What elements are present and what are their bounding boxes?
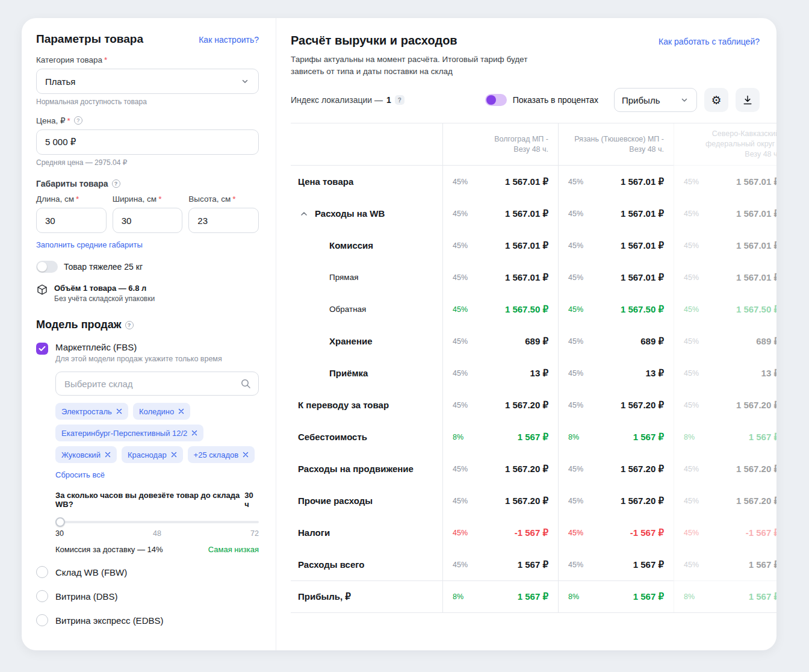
table-cell: 45%1 567.20 ₽ <box>558 485 674 517</box>
price-label: Цена, ₽ <box>36 116 259 125</box>
table-cell: 45%-1 567 ₽ <box>442 517 558 549</box>
metric-select[interactable]: Прибыль <box>614 88 697 112</box>
warehouse-chip-more[interactable]: +25 складов <box>188 446 255 463</box>
localization-index: Индекс локализации — 1 ? <box>291 95 485 105</box>
table-cell: 45%-1 567 ₽ <box>674 517 776 549</box>
reset-all-link[interactable]: Сбросить всё <box>55 470 105 479</box>
row-label: Прямая <box>291 261 442 293</box>
warehouse-chip[interactable]: Екатеринбург-Перспективный 12/2 <box>55 425 203 441</box>
category-label: Категория товара <box>36 55 259 64</box>
radio-icon[interactable] <box>36 614 48 626</box>
commission-row: Комиссия за доставку — 14% Самая низкая <box>55 545 259 554</box>
radio-icon[interactable] <box>36 566 48 578</box>
fbs-model-row: Маркетплейс (FBS) Для этой модели продаж… <box>36 342 259 363</box>
remove-chip-icon[interactable] <box>243 452 249 458</box>
sales-model-info-icon[interactable] <box>125 321 134 329</box>
row-label: Обратная <box>291 293 442 325</box>
package-icon <box>36 284 48 296</box>
row-label: Цена товара <box>291 166 442 198</box>
row-label: Расходы всего <box>291 549 442 580</box>
table-settings-button[interactable] <box>704 88 728 112</box>
warehouse-chips: Электросталь Коледино Екатеринбург-Персп… <box>55 403 259 463</box>
width-input[interactable] <box>113 208 183 233</box>
row-label: Прибыль, ₽ <box>291 580 442 612</box>
model-radio-edbs[interactable]: Витрина экспресс (EDBS) <box>36 614 259 626</box>
table-cell: 45%1 567.01 ₽ <box>442 229 558 261</box>
warehouse-chip[interactable]: Электросталь <box>55 403 128 420</box>
volume-info: Объём 1 товара — 6.8 л Без учёта складск… <box>36 284 259 303</box>
length-input[interactable] <box>36 208 107 233</box>
table-cell: 8%1 567 ₽ <box>442 421 558 453</box>
fill-average-dims-link[interactable]: Заполнить средние габариты <box>36 240 143 249</box>
toggle-knob <box>37 262 47 272</box>
warehouse-search-input[interactable] <box>55 372 259 396</box>
collapse-icon[interactable] <box>299 209 309 219</box>
model-radio-dbs[interactable]: Витрина (DBS) <box>36 590 259 602</box>
warehouse-chip[interactable]: Коледино <box>133 403 190 420</box>
table-cell: 45%689 ₽ <box>674 325 776 357</box>
table-cell: 45%1 567.01 ₽ <box>442 166 558 198</box>
gear-icon <box>711 95 721 106</box>
table-cell: 45%1 567.01 ₽ <box>442 261 558 293</box>
row-label: Хранение <box>291 325 442 357</box>
table-cell: 45%1 567.01 ₽ <box>442 198 558 229</box>
tariffs-note: Тарифы актуальны на момент расчёта. Итог… <box>291 54 776 77</box>
check-icon <box>39 346 46 352</box>
row-label: Приёмка <box>291 357 442 389</box>
toggle-knob <box>486 95 496 105</box>
table-cell: 45%1 567.50 ₽ <box>558 293 674 325</box>
required-mark <box>66 116 70 125</box>
heavy-toggle[interactable] <box>36 261 58 273</box>
revenue-calc-panel: Расчёт выручки и расходов Как работать с… <box>276 18 776 650</box>
table-cell: 45%689 ₽ <box>442 325 558 357</box>
dimensions-info-icon[interactable] <box>112 179 120 188</box>
radio-icon[interactable] <box>36 590 48 602</box>
length-field: Длина, см <box>36 194 107 233</box>
percent-toggle-group: Показать в процентах <box>485 94 598 106</box>
price-input[interactable] <box>36 129 259 155</box>
fbs-settings: Электросталь Коледино Екатеринбург-Персп… <box>55 372 259 554</box>
category-helper: Нормальная доступность товара <box>36 98 259 106</box>
table-cell: 45%1 567.20 ₽ <box>674 485 776 517</box>
table-cell: 45%13 ₽ <box>558 357 674 389</box>
percent-toggle[interactable] <box>485 94 507 106</box>
table-cell: 45%1 567 ₽ <box>674 549 776 580</box>
metric-select-value: Прибыль <box>622 95 660 105</box>
warehouse-chip[interactable]: Краснодар <box>122 446 183 463</box>
remove-chip-icon[interactable] <box>116 408 122 414</box>
remove-chip-icon[interactable] <box>105 452 111 458</box>
row-label: Расходы на продвижение <box>291 453 442 485</box>
slider-track[interactable] <box>55 521 259 523</box>
row-label: Налоги <box>291 517 442 549</box>
fbs-checkbox[interactable] <box>36 343 48 355</box>
table-cell: 8%1 567 ₽ <box>674 580 776 612</box>
row-label: Прочие расходы <box>291 485 442 517</box>
remove-chip-icon[interactable] <box>191 430 197 436</box>
chevron-down-icon <box>680 95 689 105</box>
category-select[interactable]: Платья <box>36 69 259 94</box>
delivery-time-row: За сколько часов вы довезёте товар до ск… <box>55 491 259 509</box>
price-info-icon[interactable] <box>74 116 82 125</box>
remove-chip-icon[interactable] <box>178 408 184 414</box>
table-controls: Индекс локализации — 1 ? Показать в проц… <box>291 88 776 112</box>
row-label: Себестоимость <box>291 421 442 453</box>
table-corner-cell <box>291 123 442 166</box>
localization-hint-icon[interactable]: ? <box>395 95 404 105</box>
warehouse-search <box>55 372 259 396</box>
volume-line2: Без учёта складской упаковки <box>54 294 155 303</box>
warehouse-chip[interactable]: Жуковский <box>55 446 117 463</box>
download-icon <box>742 95 753 105</box>
model-radio-fbw[interactable]: Склад WB (FBW) <box>36 566 259 578</box>
configure-link[interactable]: Как настроить? <box>199 35 259 45</box>
table-cell: 45%1 567.01 ₽ <box>558 229 674 261</box>
height-input[interactable] <box>188 208 259 233</box>
slider-thumb[interactable] <box>55 517 65 527</box>
required-mark <box>74 194 79 204</box>
table-cell: 45%1 567.01 ₽ <box>674 261 776 293</box>
table-help-link[interactable]: Как работать с таблицей? <box>659 37 760 46</box>
delivery-time-slider[interactable] <box>55 517 259 527</box>
remove-chip-icon[interactable] <box>171 452 177 458</box>
table-cell: 45%13 ₽ <box>442 357 558 389</box>
category-value: Платья <box>45 76 75 87</box>
download-button[interactable] <box>736 88 760 112</box>
